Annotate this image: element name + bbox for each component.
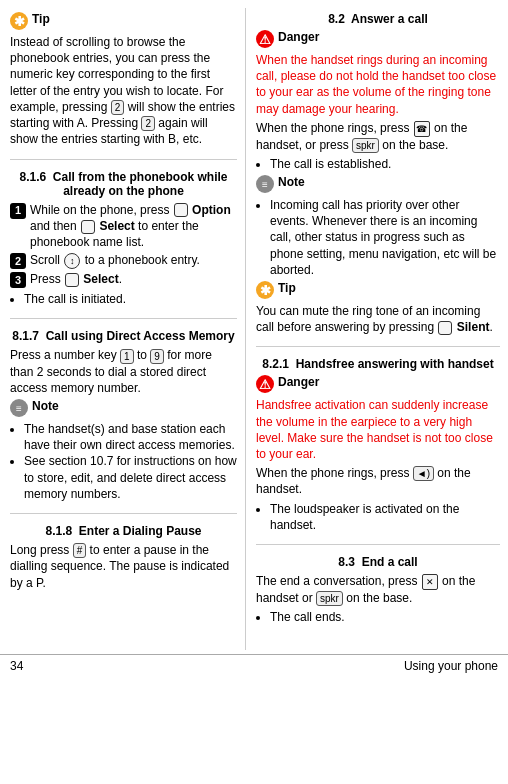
note-icon-817: ≡ xyxy=(10,399,28,417)
section-82-title: 8.2 Answer a call xyxy=(256,12,500,26)
section-817-text: Press a number key 1 to 9 for more than … xyxy=(10,347,237,396)
danger-icon-821: ⚠ xyxy=(256,375,274,393)
step-num-1: 1 xyxy=(10,203,26,219)
section-83-bullets: The call ends. xyxy=(256,609,500,625)
step-1: 1 While on the phone, press Option and t… xyxy=(10,202,237,251)
section-82-text1: When the phone rings, press ☎ on the han… xyxy=(256,120,500,153)
key-hash: # xyxy=(73,543,87,558)
step-3: 3 Press Select. xyxy=(10,271,237,288)
note-bullet-82-1: Incoming call has priority over other ev… xyxy=(270,197,500,278)
section-818-text: Long press # to enter a pause in the dia… xyxy=(10,542,237,591)
section-821-text1: When the phone rings, press ◄) on the ha… xyxy=(256,465,500,498)
step-text-2: Scroll ↕ to a phonebook entry. xyxy=(30,252,237,269)
bullet-816-1: The call is initiated. xyxy=(24,291,237,307)
bullet-82-1: The call is established. xyxy=(270,156,500,172)
section-83-title: 8.3 End a call xyxy=(256,555,500,569)
step-text-3: Press Select. xyxy=(30,271,237,287)
tip-section: ✱ Tip Instead of scrolling to browse the… xyxy=(10,12,237,160)
tip-label: Tip xyxy=(32,12,50,26)
section-817-title: 8.1.7 Call using Direct Access Memory xyxy=(10,329,237,343)
key-9: 9 xyxy=(150,349,164,364)
note-bullets-817: The handset(s) and base station each hav… xyxy=(10,421,237,502)
select-icon-1 xyxy=(81,220,95,234)
speaker-key-83: spkr xyxy=(316,591,343,606)
bullet-821-1: The loudspeaker is activated on the hand… xyxy=(270,501,500,533)
step-2: 2 Scroll ↕ to a phonebook entry. xyxy=(10,252,237,269)
option-icon xyxy=(174,203,188,217)
tip-icon: ✱ xyxy=(10,12,28,30)
section-818-title: 8.1.8 Enter a Dialing Pause xyxy=(10,524,237,538)
note-label-82: Note xyxy=(278,175,305,189)
section-82: 8.2 Answer a call ⚠ Danger When the hand… xyxy=(256,12,500,347)
phone-icon-82: ☎ xyxy=(414,121,430,137)
danger-block-82: ⚠ Danger xyxy=(256,30,500,48)
page-footer: 34 Using your phone xyxy=(0,654,508,677)
section-821: 8.2.1 Handsfree answering with handset ⚠… xyxy=(256,357,500,545)
tip-icon-82: ✱ xyxy=(256,281,274,299)
select-icon-2 xyxy=(65,273,79,287)
danger-label-82: Danger xyxy=(278,30,319,44)
speaker-key-82: spkr xyxy=(352,138,379,153)
step-text-1: While on the phone, press Option and the… xyxy=(30,202,237,251)
step-list-816: 1 While on the phone, press Option and t… xyxy=(10,202,237,289)
key-2a: 2 xyxy=(111,100,125,115)
left-column: ✱ Tip Instead of scrolling to browse the… xyxy=(0,8,246,650)
danger-icon-82: ⚠ xyxy=(256,30,274,48)
step-num-2: 2 xyxy=(10,253,26,269)
note-block-82: ≡ Note xyxy=(256,175,500,193)
page-number: 34 xyxy=(10,659,23,673)
section-82-bullets: The call is established. xyxy=(256,156,500,172)
tip-text: Instead of scrolling to browse the phone… xyxy=(10,34,237,148)
page-content: ✱ Tip Instead of scrolling to browse the… xyxy=(0,8,508,650)
footer-right: Using your phone xyxy=(404,659,498,673)
note-icon-82: ≡ xyxy=(256,175,274,193)
key-1: 1 xyxy=(120,349,134,364)
section-817: 8.1.7 Call using Direct Access Memory Pr… xyxy=(10,329,237,514)
tip-label-82: Tip xyxy=(278,281,296,295)
section-816: 8.1.6 Call from the phonebook while alre… xyxy=(10,170,237,320)
note-label-817: Note xyxy=(32,399,59,413)
key-2b: 2 xyxy=(141,116,155,131)
note-bullet-817-2: See section 10.7 for instructions on how… xyxy=(24,453,237,502)
tip-text-82: You can mute the ring tone of an incomin… xyxy=(256,303,500,335)
key-821: ◄) xyxy=(413,466,434,481)
step-num-3: 3 xyxy=(10,272,26,288)
section-816-title: 8.1.6 Call from the phonebook while alre… xyxy=(10,170,237,198)
scroll-icon: ↕ xyxy=(64,253,80,269)
section-818: 8.1.8 Enter a Dialing Pause Long press #… xyxy=(10,524,237,602)
note-bullet-817-1: The handset(s) and base station each hav… xyxy=(24,421,237,453)
danger-label-821: Danger xyxy=(278,375,319,389)
right-column: 8.2 Answer a call ⚠ Danger When the hand… xyxy=(246,8,508,650)
note-block-817: ≡ Note xyxy=(10,399,237,417)
silent-icon xyxy=(438,321,452,335)
section-821-bullets: The loudspeaker is activated on the hand… xyxy=(256,501,500,533)
section-83-text1: The end a conversation, press ✕ on the h… xyxy=(256,573,500,606)
note-bullets-82: Incoming call has priority over other ev… xyxy=(256,197,500,278)
bullet-83-1: The call ends. xyxy=(270,609,500,625)
section-821-title: 8.2.1 Handsfree answering with handset xyxy=(256,357,500,371)
danger-text-82: When the handset rings during an incomin… xyxy=(256,52,500,117)
section-83: 8.3 End a call The end a conversation, p… xyxy=(256,555,500,636)
danger-text-821: Handsfree activation can suddenly increa… xyxy=(256,397,500,462)
end-icon-83: ✕ xyxy=(422,574,438,590)
tip-block: ✱ Tip xyxy=(10,12,237,30)
bullet-list-816: The call is initiated. xyxy=(10,291,237,307)
danger-block-821: ⚠ Danger xyxy=(256,375,500,393)
tip-block-82: ✱ Tip xyxy=(256,281,500,299)
